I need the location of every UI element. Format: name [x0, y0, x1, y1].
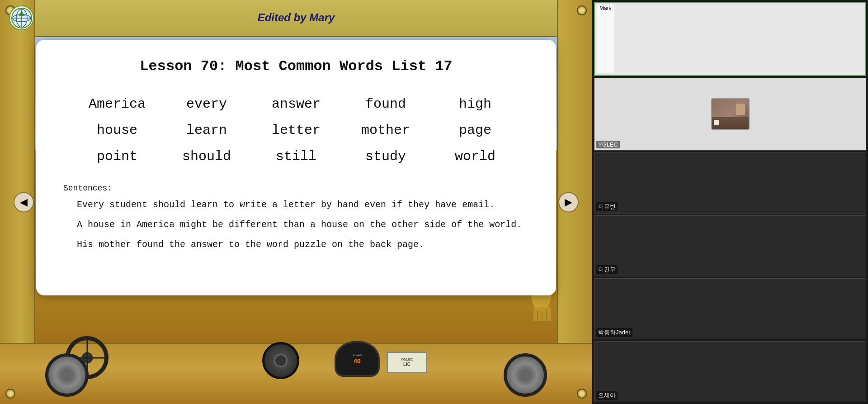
words-grid: America every answer found high house le…: [63, 93, 529, 168]
word-still: still: [251, 145, 341, 168]
main-area: Edited by Mary ◀ ▶ Lesson 70: Most Commo…: [0, 0, 592, 404]
yglec-name-label: YGLEC: [596, 141, 620, 148]
word-letter: letter: [251, 119, 341, 142]
screw-bl: [5, 389, 15, 399]
nav-right-button[interactable]: ▶: [558, 192, 579, 212]
nav-right-icon: ▶: [565, 196, 572, 208]
word-answer: answer: [251, 93, 341, 115]
sentence-1: Every student should learn to write a le…: [63, 198, 529, 212]
sidebar: Mary YGLEC 이유빈 이건우 박동화Jader 오세아: [592, 0, 868, 404]
gauge-instrument: [262, 342, 299, 379]
word-every: every: [162, 93, 251, 115]
sidebar-user-yglec: YGLEC: [594, 78, 866, 151]
header-title-bar: Edited by Mary: [0, 0, 592, 35]
svg-rect-3: [533, 307, 537, 321]
nav-left-icon: ◀: [20, 196, 28, 208]
svg-rect-5: [542, 307, 546, 321]
word-page: page: [430, 119, 520, 142]
word-should: should: [162, 145, 251, 168]
sentence-3: His mother found the answer to the word …: [63, 238, 529, 252]
word-house: house: [72, 119, 162, 142]
sidebar-user-geonwoo: 이건우: [594, 215, 866, 276]
wheel-left: [45, 353, 89, 397]
word-point: point: [72, 145, 162, 168]
word-study: study: [341, 145, 430, 168]
header-title-text: Edited by Mary: [258, 11, 335, 24]
word-learn: learn: [162, 119, 251, 142]
nav-left-button[interactable]: ◀: [14, 192, 34, 212]
sidebar-user-yubeen: 이유빈: [594, 152, 866, 214]
svg-rect-4: [538, 307, 542, 321]
screw-br: [577, 389, 587, 399]
license-plate: YGLEC LIC: [387, 352, 427, 373]
word-world: world: [430, 145, 520, 168]
sidebar-user-mary: Mary: [594, 2, 866, 76]
svg-rect-6: [547, 307, 551, 321]
sidebar-user-jader: 박동화Jader: [594, 278, 866, 339]
word-America: America: [72, 93, 162, 115]
speedometer: RPM 40: [335, 341, 380, 377]
yubeen-name-label: 이유빈: [596, 202, 618, 211]
word-mother: mother: [341, 119, 430, 142]
mary-name-label: Mary: [597, 5, 614, 73]
word-high: high: [430, 93, 520, 115]
jader-name-label: 박동화Jader: [596, 328, 632, 337]
sidebar-user-osea: 오세아: [594, 341, 866, 402]
word-found: found: [341, 93, 430, 115]
osea-name-label: 오세아: [596, 391, 618, 400]
sentence-2: A house in America might be different th…: [63, 218, 529, 232]
lesson-title: Lesson 70: Most Common Words List 17: [63, 58, 529, 75]
sentences-label: Sentences:: [63, 184, 529, 193]
wheel-right: [504, 353, 547, 397]
geonwoo-name-label: 이건우: [596, 265, 618, 274]
lesson-card: Lesson 70: Most Common Words List 17 Ame…: [36, 40, 556, 295]
